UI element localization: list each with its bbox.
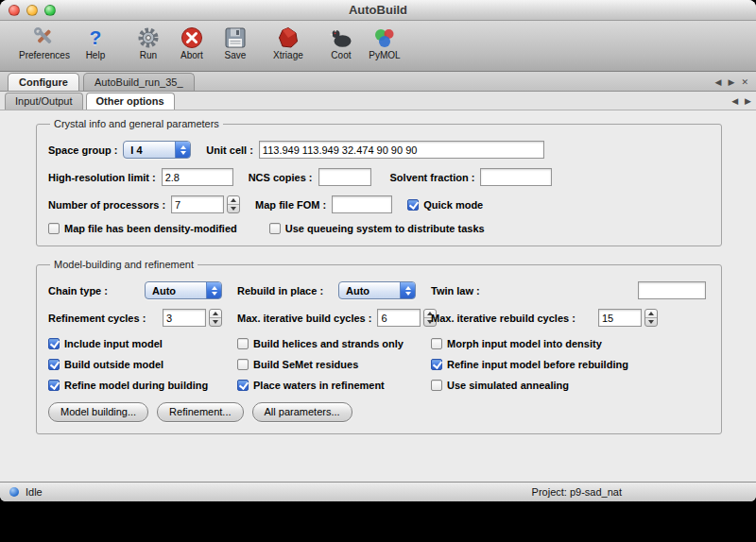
chain-type-label: Chain type : — [48, 285, 108, 296]
processors-stepper[interactable] — [227, 195, 240, 213]
save-icon — [222, 25, 248, 50]
processors-input[interactable] — [171, 195, 224, 213]
density-modified-checkbox[interactable]: Map file has been density-modified — [48, 223, 237, 234]
pymol-button[interactable]: PyMOL — [363, 24, 406, 61]
stepper-down-icon[interactable] — [645, 318, 657, 326]
stepper-up-icon[interactable] — [645, 310, 657, 318]
minimize-button[interactable] — [26, 5, 38, 16]
map-fom-input[interactable] — [332, 195, 392, 213]
build-helices-checkbox[interactable]: Build helices and strands only — [237, 338, 431, 349]
rebuild-in-place-popup[interactable]: Auto — [338, 281, 416, 299]
tab-scroll-left-icon[interactable]: ◀ — [731, 96, 738, 106]
options-tab-bar: Input/Output Other options ◀ ▶ — [0, 92, 756, 110]
refinement-cycles-label: Refinement cycles : — [48, 313, 146, 324]
crystal-row-2: High-resolution limit : NCS copies : Sol… — [48, 168, 710, 186]
quick-mode-checkbox[interactable]: Quick mode — [407, 199, 483, 211]
refine-during-building-checkbox[interactable]: Refine model during building — [48, 380, 237, 391]
title-bar: AutoBuild — [0, 0, 756, 21]
unit-cell-input[interactable] — [259, 141, 544, 159]
toolbar-label: Xtriage — [273, 50, 303, 60]
xtriage-button[interactable]: Xtriage — [266, 24, 310, 61]
toolbar-label: PyMOL — [369, 50, 400, 60]
max-rebuild-cycles-stepper[interactable] — [644, 309, 658, 327]
crystal-info-section: Crystal info and general parameters Spac… — [36, 118, 722, 246]
tab-configure[interactable]: Configure — [8, 73, 79, 91]
toolbar-label: Save — [225, 50, 247, 60]
run-icon — [135, 25, 161, 50]
project-label: Project: p9-sad_nat — [532, 486, 622, 498]
ncs-copies-input[interactable] — [318, 168, 371, 186]
place-waters-checkbox[interactable]: Place waters in refinement — [237, 380, 431, 391]
solvent-fraction-input[interactable] — [480, 168, 552, 186]
simulated-annealing-checkbox[interactable]: Use simulated annealing — [431, 380, 710, 391]
status-text: Idle — [26, 486, 43, 498]
toolbar: Preferences ? Help Run Abor — [0, 21, 756, 72]
space-group-popup[interactable]: I 4 — [123, 141, 191, 159]
stepper-down-icon[interactable] — [228, 205, 239, 212]
abort-button[interactable]: Abort — [170, 24, 214, 61]
window-title: AutoBuild — [0, 3, 756, 17]
high-resolution-limit-label: High-resolution limit : — [48, 172, 156, 183]
max-build-cycles-input[interactable] — [377, 309, 421, 327]
model-building-button[interactable]: Model building... — [48, 402, 148, 422]
tab-close-icon[interactable]: ✕ — [741, 77, 748, 87]
tab-input-output[interactable]: Input/Output — [5, 93, 83, 110]
max-build-cycles-label: Max. iterative build cycles : — [237, 313, 371, 324]
toolbar-label: Preferences — [19, 50, 70, 60]
refinement-button[interactable]: Refinement... — [157, 402, 243, 422]
coot-button[interactable]: Coot — [319, 24, 363, 61]
refinement-cycles-cell: Refinement cycles : — [48, 309, 237, 327]
build-semet-checkbox[interactable]: Build SeMet residues — [237, 359, 431, 370]
crystal-row-3: Number of processors : Map file FOM : Qu… — [48, 195, 710, 213]
morph-input-model-checkbox[interactable]: Morph input model into density — [431, 338, 710, 349]
save-button[interactable]: Save — [214, 24, 257, 61]
stepper-down-icon[interactable] — [210, 318, 221, 326]
model-checkbox-grid: Include input model Build helices and st… — [48, 338, 710, 391]
preferences-button[interactable]: Preferences — [15, 24, 74, 61]
max-rebuild-cycles-cell: Max. iterative rebuild cycles : — [431, 309, 710, 327]
model-buttons-row: Model building... Refinement... All para… — [48, 402, 710, 422]
tab-scroll-right-icon[interactable]: ▶ — [745, 96, 751, 106]
zoom-button[interactable] — [44, 5, 56, 16]
checkbox-box — [431, 338, 442, 349]
build-outside-model-checkbox[interactable]: Build outside model — [48, 359, 237, 370]
max-rebuild-cycles-input[interactable] — [598, 309, 642, 327]
stepper-up-icon[interactable] — [210, 310, 221, 318]
refinement-cycles-input[interactable] — [163, 309, 206, 327]
map-fom-label: Map file FOM : — [255, 199, 326, 211]
ncs-copies-label: NCS copies : — [249, 172, 313, 183]
queueing-checkbox[interactable]: Use queueing system to distribute tasks — [269, 223, 485, 234]
rebuild-in-place-cell: Rebuild in place : Auto — [237, 281, 431, 299]
checkbox-box — [431, 359, 442, 370]
checkbox-box — [48, 223, 60, 234]
section-title: Model-building and refinement — [50, 259, 198, 270]
help-button[interactable]: ? Help — [74, 24, 117, 61]
twin-law-label: Twin law : — [431, 285, 480, 296]
tab-autobuild-run[interactable]: AutoBuild_run_35_ — [83, 73, 195, 91]
xtriage-icon — [275, 25, 301, 50]
stepper-up-icon[interactable] — [228, 196, 239, 205]
tab-scroll-right-icon[interactable]: ▶ — [729, 77, 735, 87]
tab-scroll-left-icon[interactable]: ◀ — [715, 77, 722, 87]
refinement-cycles-stepper[interactable] — [209, 309, 222, 327]
checkbox-box — [431, 380, 442, 391]
run-button[interactable]: Run — [127, 24, 170, 61]
checkbox-box — [407, 199, 419, 211]
max-rebuild-cycles-label: Max. iterative rebuild cycles : — [431, 313, 576, 324]
high-resolution-limit-input[interactable] — [162, 168, 233, 186]
rebuild-in-place-label: Rebuild in place : — [237, 285, 323, 296]
chain-type-popup[interactable]: Auto — [145, 281, 222, 299]
checkbox-box — [237, 338, 249, 349]
include-input-model-checkbox[interactable]: Include input model — [48, 338, 237, 349]
close-button[interactable] — [9, 5, 20, 16]
model-building-section: Model-building and refinement Chain type… — [36, 259, 722, 434]
document-tab-bar: Configure AutoBuild_run_35_ ◀ ▶ ✕ — [0, 72, 756, 92]
toolbar-label: Abort — [180, 50, 203, 60]
section-title: Crystal info and general parameters — [50, 118, 223, 129]
all-parameters-button[interactable]: All parameters... — [252, 402, 352, 422]
tab-other-options[interactable]: Other options — [86, 93, 175, 110]
options-tab-pager: ◀ ▶ — [731, 96, 751, 110]
twin-law-input[interactable] — [638, 281, 706, 299]
checkbox-box — [48, 380, 60, 391]
refine-input-model-checkbox[interactable]: Refine input model before rebuilding — [431, 359, 710, 370]
